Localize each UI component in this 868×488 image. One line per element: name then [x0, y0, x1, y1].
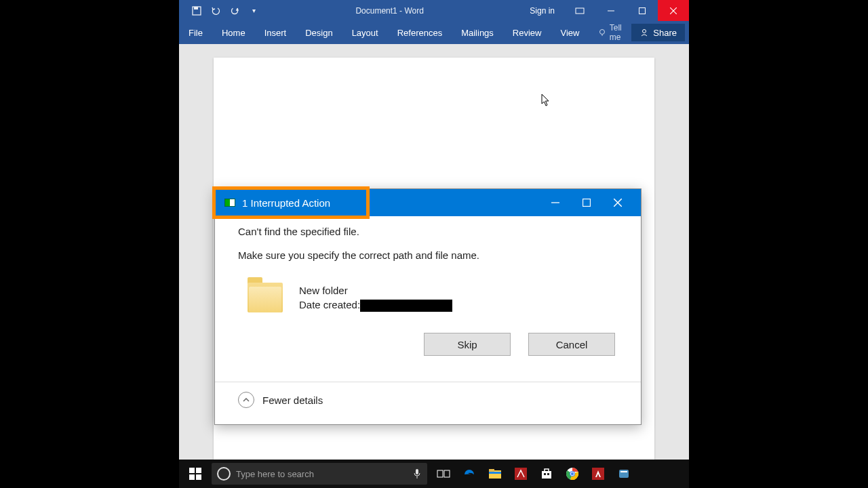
- mouse-cursor: [541, 94, 551, 107]
- dialog-maximize-button[interactable]: [583, 199, 591, 207]
- svg-rect-25: [489, 472, 501, 474]
- adobe-icon[interactable]: [589, 464, 608, 483]
- close-button[interactable]: [658, 0, 689, 21]
- svg-rect-17: [189, 474, 195, 480]
- item-name: New folder: [299, 283, 452, 298]
- lightbulb-icon: [598, 28, 605, 37]
- date-created-label: Date created:: [299, 299, 360, 310]
- edge-icon[interactable]: [460, 464, 479, 483]
- store-icon[interactable]: [537, 464, 556, 483]
- tab-view[interactable]: View: [551, 21, 589, 44]
- svg-rect-36: [620, 471, 627, 472]
- svg-point-2: [232, 7, 238, 14]
- svg-rect-24: [489, 469, 494, 472]
- minimize-button[interactable]: [595, 0, 627, 21]
- redo-icon[interactable]: [229, 5, 240, 16]
- file-explorer-icon[interactable]: [486, 464, 505, 483]
- chrome-icon[interactable]: [563, 464, 582, 483]
- tab-design[interactable]: Design: [296, 21, 342, 44]
- skip-button[interactable]: Skip: [424, 333, 511, 356]
- svg-point-8: [600, 30, 605, 35]
- svg-point-10: [643, 30, 646, 33]
- svg-rect-19: [416, 469, 418, 474]
- tell-me-search[interactable]: Tell me: [589, 23, 631, 42]
- svg-rect-15: [189, 468, 195, 473]
- dialog-titlebar[interactable]: 1 Interrupted Action: [215, 189, 641, 216]
- start-button[interactable]: [179, 460, 212, 488]
- svg-rect-28: [544, 473, 546, 475]
- undo-icon[interactable]: [210, 5, 221, 16]
- svg-rect-1: [194, 7, 198, 9]
- save-icon[interactable]: [191, 5, 202, 16]
- search-placeholder: Type here to search: [236, 469, 314, 479]
- ribbon-display-icon[interactable]: [570, 7, 590, 14]
- ribbon-tabs: File Home Insert Design Layout Reference…: [179, 21, 689, 44]
- svg-rect-5: [639, 7, 646, 14]
- share-button[interactable]: Share: [631, 24, 685, 41]
- error-message: Can't find the specified file.: [238, 226, 618, 237]
- dialog-close-button[interactable]: [614, 199, 622, 207]
- taskbar: Type here to search: [179, 460, 689, 488]
- svg-rect-12: [583, 199, 591, 207]
- task-view-icon[interactable]: [434, 464, 453, 483]
- svg-rect-27: [542, 471, 551, 479]
- error-hint: Make sure you specify the correct path a…: [238, 249, 618, 261]
- tab-references[interactable]: References: [388, 21, 452, 44]
- svg-rect-21: [437, 470, 443, 477]
- mic-icon[interactable]: [414, 468, 427, 479]
- cancel-button[interactable]: Cancel: [528, 333, 615, 356]
- chevron-up-icon: [238, 392, 254, 408]
- tab-review[interactable]: Review: [503, 21, 551, 44]
- svg-rect-29: [547, 473, 549, 475]
- qat-dropdown-icon[interactable]: ▾: [248, 5, 259, 16]
- date-redacted: [360, 300, 452, 312]
- word-titlebar: ▾ Document1 - Word Sign in: [179, 0, 689, 21]
- tab-insert[interactable]: Insert: [255, 21, 296, 44]
- app-icon-generic[interactable]: [614, 464, 633, 483]
- dialog-minimize-button[interactable]: [551, 199, 559, 207]
- fewer-details-toggle[interactable]: Fewer details: [215, 382, 641, 424]
- signin-link[interactable]: Sign in: [520, 6, 564, 16]
- dialog-icon: [224, 199, 235, 207]
- tab-mailings[interactable]: Mailings: [452, 21, 503, 44]
- folder-icon: [248, 277, 283, 318]
- tab-home[interactable]: Home: [212, 21, 255, 44]
- svg-point-33: [571, 472, 574, 475]
- svg-rect-22: [444, 470, 450, 477]
- windows-logo-icon: [189, 468, 201, 480]
- taskbar-search[interactable]: Type here to search: [212, 463, 427, 485]
- window-title: Document1 - Word: [259, 6, 520, 16]
- cortana-icon: [217, 467, 231, 481]
- share-icon: [639, 28, 649, 37]
- maximize-button[interactable]: [627, 0, 658, 21]
- tab-file[interactable]: File: [179, 21, 212, 44]
- dialog-title: 1 Interrupted Action: [242, 197, 330, 209]
- svg-rect-16: [196, 468, 201, 473]
- interrupted-action-dialog: 1 Interrupted Action Can't find the spec…: [214, 188, 642, 425]
- svg-rect-35: [619, 470, 629, 478]
- item-row: New folder Date created:: [248, 277, 618, 318]
- svg-rect-3: [576, 8, 584, 14]
- tab-layout[interactable]: Layout: [342, 21, 388, 44]
- svg-rect-18: [196, 474, 201, 480]
- app-icon-red[interactable]: [511, 464, 530, 483]
